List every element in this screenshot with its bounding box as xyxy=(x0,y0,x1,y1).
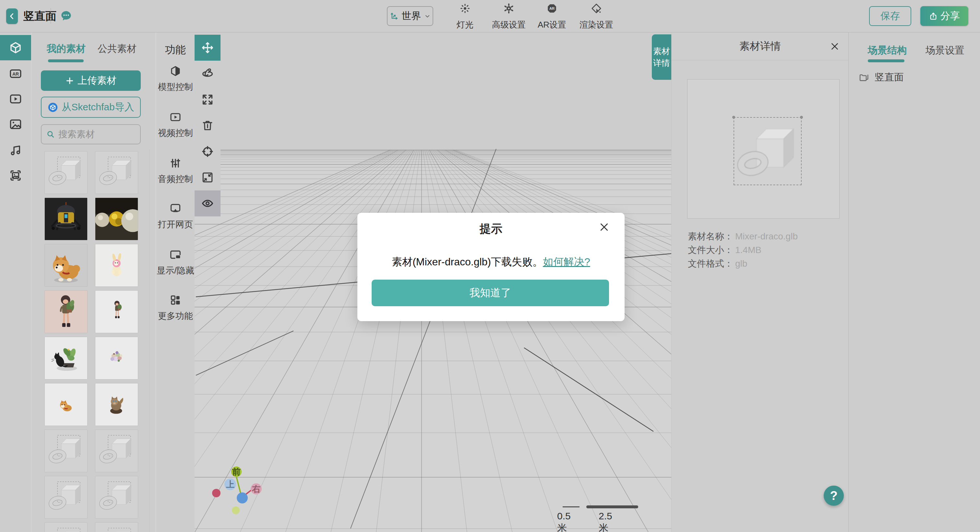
rotate-icon xyxy=(201,67,214,80)
ar-badge-icon: AR xyxy=(546,3,558,14)
scene-tree-item[interactable]: 竖直面 xyxy=(858,69,904,86)
asset-tile-glb-placeholder[interactable] xyxy=(45,522,88,532)
asset-tile-shiba-dog[interactable] xyxy=(45,244,88,287)
target-icon xyxy=(201,145,214,158)
topbar: 竖直面 世界 灯光 高级设置 AR AR设置 渲染设置 保存 分享 xyxy=(0,0,980,32)
details-vertical-tab[interactable]: 素材详情 xyxy=(652,34,671,80)
function-open-webpage[interactable]: 打开网页 xyxy=(156,202,195,230)
rail-item-ar[interactable]: AR xyxy=(0,61,31,86)
upload-asset-label: 上传素材 xyxy=(78,74,116,87)
selection-handle xyxy=(800,116,803,119)
axis-dot-center[interactable] xyxy=(237,492,248,503)
close-icon xyxy=(598,221,610,233)
asset-tile-glb-placeholder[interactable] xyxy=(95,151,138,194)
delete-tool-button[interactable] xyxy=(194,113,221,139)
scale-up-tool-button[interactable] xyxy=(194,87,221,113)
function-model-control[interactable]: 模型控制 xyxy=(156,65,195,93)
asset-tile-girl-small[interactable] xyxy=(95,290,138,333)
axis-handle-right[interactable]: 右 xyxy=(251,483,262,494)
axis-label-front: 前 xyxy=(232,466,240,478)
axis-handle-front[interactable]: 前 xyxy=(231,467,242,477)
move-icon xyxy=(201,41,214,54)
video-icon xyxy=(9,92,22,106)
rotate-tool-button[interactable] xyxy=(194,61,221,87)
close-icon xyxy=(829,41,840,52)
asset-search-input[interactable] xyxy=(58,129,135,140)
visibility-tool-button[interactable] xyxy=(194,190,221,217)
move-tool-button[interactable] xyxy=(194,35,221,61)
axis-dot-down[interactable] xyxy=(232,507,240,514)
back-button[interactable] xyxy=(6,8,18,24)
axis-gizmo[interactable]: 上 前 右 xyxy=(208,464,267,518)
details-vertical-tab-label: 素材详情 xyxy=(653,45,670,69)
scale-down-tool-button[interactable] xyxy=(194,164,221,190)
asset-tile-animal-cluster[interactable] xyxy=(95,337,138,379)
dialog-confirm-button[interactable]: 我知道了 xyxy=(372,280,609,306)
help-button[interactable]: ? xyxy=(824,486,844,506)
active-tab-underline xyxy=(48,59,84,62)
field-value: 1.4MB xyxy=(735,245,761,255)
tab-my-assets[interactable]: 我的素材 xyxy=(47,41,86,56)
sketchfab-import-label: 从Sketchfab导入 xyxy=(62,100,134,114)
function-show-hide[interactable]: 显示/隐藏 xyxy=(156,248,195,276)
share-button[interactable]: 分享 xyxy=(920,6,968,26)
svg-text:AR: AR xyxy=(549,6,555,10)
asset-tile-glb-placeholder[interactable] xyxy=(95,476,138,519)
tab-scene-structure[interactable]: 场景结构 xyxy=(868,44,907,57)
sketchfab-import-button[interactable]: 从Sketchfab导入 xyxy=(41,97,141,118)
target-tool-button[interactable] xyxy=(194,139,221,164)
asset-tile-glb-placeholder[interactable] xyxy=(45,430,88,472)
rail-item-3d-assets[interactable] xyxy=(0,35,31,61)
render-settings-button[interactable]: 渲染设置 xyxy=(575,3,618,30)
asset-tile-glb-placeholder[interactable] xyxy=(95,522,138,532)
asset-tile-glb-placeholder[interactable] xyxy=(95,430,138,472)
ar-settings-button[interactable]: AR AR设置 xyxy=(531,3,573,30)
axis-handle-up[interactable]: 上 xyxy=(224,478,236,490)
function-label: 模型控制 xyxy=(158,81,193,93)
rail-item-image[interactable] xyxy=(0,111,31,137)
video-control-icon xyxy=(169,111,181,123)
rail-item-audio[interactable] xyxy=(0,137,31,163)
asset-tile-black-cat-plant[interactable] xyxy=(45,337,88,379)
upload-asset-button[interactable]: 上传素材 xyxy=(41,70,141,91)
plus-icon xyxy=(65,76,74,85)
topbar-divider xyxy=(51,8,51,24)
asset-tile-bunny-character[interactable] xyxy=(95,244,138,287)
asset-tile-fluffy-cat[interactable] xyxy=(95,383,138,426)
save-button[interactable]: 保存 xyxy=(869,6,911,26)
ar-frame-icon: AR xyxy=(9,67,22,80)
lighting-label: 灯光 xyxy=(457,19,474,30)
dialog-close-button[interactable] xyxy=(598,221,610,233)
page-title: 竖直面 xyxy=(23,0,56,32)
function-audio-control[interactable]: 音频控制 xyxy=(156,157,195,185)
asset-tile-glb-placeholder[interactable] xyxy=(45,151,88,194)
feedback-chat-button[interactable] xyxy=(60,10,73,22)
world-mode-dropdown[interactable]: 世界 xyxy=(387,6,433,26)
dialog-message-text: 素材(Mixer-draco.glb)下载失败。 xyxy=(392,256,543,268)
advanced-settings-button[interactable]: 高级设置 xyxy=(487,3,530,30)
axis-dot-back[interactable] xyxy=(212,489,221,497)
asset-grid-scrollbar[interactable] xyxy=(150,149,150,532)
details-close-button[interactable] xyxy=(829,41,840,52)
asset-tile-glb-placeholder[interactable] xyxy=(45,476,88,519)
field-value: glb xyxy=(735,258,747,269)
rail-item-photo-frame[interactable] xyxy=(0,163,31,188)
how-to-solve-link[interactable]: 如何解决? xyxy=(543,256,590,268)
svg-text:AR: AR xyxy=(12,72,19,76)
chat-bubble-icon xyxy=(60,10,73,22)
function-video-control[interactable]: 视频控制 xyxy=(156,111,195,139)
asset-tile-robot[interactable] xyxy=(45,198,88,241)
photo-frame-icon xyxy=(9,169,22,182)
asset-tile-metal-spheres[interactable] xyxy=(95,198,138,241)
tab-public-assets[interactable]: 公共素材 xyxy=(98,41,137,56)
function-more[interactable]: 更多功能 xyxy=(156,294,195,322)
tab-scene-settings[interactable]: 场景设置 xyxy=(926,44,964,57)
light-icon xyxy=(459,3,471,14)
asset-tile-shiba-small[interactable] xyxy=(45,383,88,426)
lighting-button[interactable]: 灯光 xyxy=(444,3,487,30)
rail-item-video[interactable] xyxy=(0,86,31,111)
music-icon xyxy=(9,143,22,157)
asset-tile-girl-with-plant[interactable] xyxy=(45,290,88,333)
field-label: 文件大小： xyxy=(688,244,735,256)
gear-icon xyxy=(503,3,515,14)
